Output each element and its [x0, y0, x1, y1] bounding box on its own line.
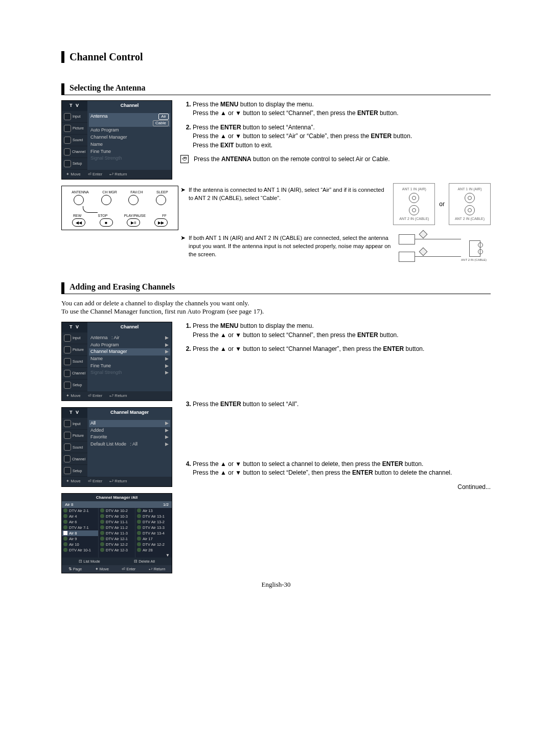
- osd-side-setup: Setup: [62, 465, 87, 477]
- channel-grid: Channel Manager /All Air 8 1/2 DTV Air 2…: [61, 493, 172, 573]
- page-number: English-30: [61, 581, 491, 589]
- osd-side-input: Input: [62, 418, 87, 430]
- antenna-wall-diagram: ANT 2 IN (CABLE): [399, 231, 491, 267]
- channel-cell: DTV Air 12-2: [99, 542, 135, 547]
- channel-cell: Air 6: [62, 519, 98, 525]
- instruction-step: Press the ▲ or ▼ button to select a chan…: [193, 460, 491, 478]
- osd-row: Favorite▶: [90, 434, 169, 441]
- instruction-step: Press the ENTER button to select “All”.: [193, 400, 491, 409]
- osd-row: Channel Manager: [90, 134, 169, 141]
- page-indicator: 1/2: [163, 502, 169, 507]
- osd-channel-menu-2: T V Channel InputPictureSoundChannelSetu…: [61, 322, 172, 401]
- current-channel: Air 8: [65, 502, 73, 507]
- channel-cell: Air 28: [135, 547, 172, 553]
- channel-cell: Air 17: [135, 536, 172, 542]
- channel-cell: DTV Air 12-1: [99, 536, 135, 542]
- antenna-port-diagram-1: ANT 1 IN (AIR)ANT 2 IN (CABLE) or ANT 1 …: [393, 183, 491, 225]
- osd-side-sound: Sound: [62, 356, 87, 368]
- channel-cell: Air 8: [62, 530, 98, 536]
- instruction-step: Press the MENU button to display the men…: [193, 322, 491, 340]
- osd-row: Auto Program: [90, 127, 169, 134]
- osd-row: Auto Program▶: [90, 342, 169, 349]
- osd-side-sound: Sound: [62, 441, 87, 453]
- osd-row: All▶: [89, 420, 170, 427]
- channel-cell: DTV Air 11-3: [99, 530, 135, 536]
- osd-channel-manager: T V Channel Manager InputPictureSoundCha…: [61, 407, 172, 486]
- channel-cell: DTV Air 7-1: [62, 525, 98, 530]
- note-arrow-icon: ➤: [180, 234, 186, 242]
- osd-row: Signal Strength▶: [90, 369, 169, 376]
- remote-note-icon: 🖑: [180, 155, 189, 163]
- instruction-step: Press the MENU button to display the men…: [193, 100, 491, 118]
- continued-label: Continued...: [180, 483, 491, 492]
- channel-cell: DTV Air 10-2: [99, 508, 135, 514]
- channel-cell: Air 9: [62, 536, 98, 542]
- osd-row: Name: [90, 141, 169, 148]
- remote-diagram: ANTENNACH MGRFAV.CHSLEEP REWSTOPPLAY/PAU…: [61, 186, 178, 230]
- or-label: or: [439, 200, 445, 209]
- osd-side-setup: Setup: [62, 158, 87, 170]
- osd-side-channel: Channel: [62, 453, 87, 465]
- osd-row: Antenna : Air▶: [90, 335, 169, 342]
- osd-row: Fine Tune: [90, 148, 169, 155]
- osd-row: Fine Tune▶: [90, 363, 169, 370]
- antenna-connect-note-2: If both ANT 1 IN (AIR) and ANT 2 IN (CAB…: [189, 234, 392, 259]
- osd-row: Signal Strength: [90, 155, 169, 162]
- osd-side-setup: Setup: [62, 380, 87, 391]
- channel-cell: DTV Air 12-2: [135, 542, 172, 547]
- channel-cell: DTV Air 12-3: [99, 547, 135, 553]
- osd-row: AntennaAirCable: [89, 113, 170, 127]
- antenna-remote-note: Press the ANTENNA button on the remote c…: [194, 155, 390, 164]
- chapter-title: Channel Control: [61, 51, 491, 63]
- osd-side-input: Input: [62, 332, 87, 344]
- osd-channel-menu: T V Channel InputPictureSoundChannelSetu…: [61, 100, 172, 180]
- osd-side-channel: Channel: [62, 368, 87, 380]
- channel-cell: DTV Air 13-4: [135, 530, 172, 536]
- channel-cell: DTV Air 13-2: [135, 519, 172, 525]
- osd-row: Default List Mode : All▶: [90, 441, 169, 448]
- osd-side-picture: Picture: [62, 430, 87, 441]
- channel-cell: DTV Air 13-3: [135, 525, 172, 530]
- osd-tv-badge: T V: [62, 101, 87, 111]
- section-selecting-antenna: Selecting the Antenna: [61, 83, 491, 95]
- channel-cell: DTV Air 10-1: [62, 547, 98, 553]
- osd-side-picture: Picture: [62, 123, 87, 135]
- instruction-step: Press the ENTER button to select “Antenn…: [193, 123, 491, 150]
- channel-cell: DTV Air 2-1: [62, 508, 98, 514]
- channel-cell: DTV Air 13-1: [135, 514, 172, 519]
- osd-row: Name▶: [90, 355, 169, 363]
- channel-cell: DTV Air 11-2: [99, 525, 135, 530]
- osd-side-picture: Picture: [62, 344, 87, 356]
- antenna-connect-note-1: If the antenna is connected to ANT 1 IN …: [189, 186, 386, 203]
- instruction-step: Press the ▲ or ▼ button to select “Chann…: [193, 345, 491, 353]
- osd-title: Channel: [87, 101, 172, 111]
- channel-cell: Air 13: [135, 508, 172, 514]
- section-add-erase-channels: Adding and Erasing Channels: [61, 282, 491, 294]
- channel-cell: Air 10: [62, 542, 98, 547]
- osd-row: Added▶: [90, 427, 169, 434]
- note-arrow-icon: ➤: [180, 186, 186, 194]
- osd-side-sound: Sound: [62, 135, 87, 146]
- osd-side-channel: Channel: [62, 146, 87, 158]
- channel-cell: DTV Air 10-3: [99, 514, 135, 519]
- osd-row: Channel Manager▶: [89, 348, 170, 355]
- channel-cell: DTV Air 11-1: [99, 519, 135, 525]
- channel-cell: Air 4: [62, 514, 98, 519]
- section2-intro: You can add or delete a channel to displ…: [61, 299, 491, 316]
- osd-side-input: Input: [62, 111, 87, 123]
